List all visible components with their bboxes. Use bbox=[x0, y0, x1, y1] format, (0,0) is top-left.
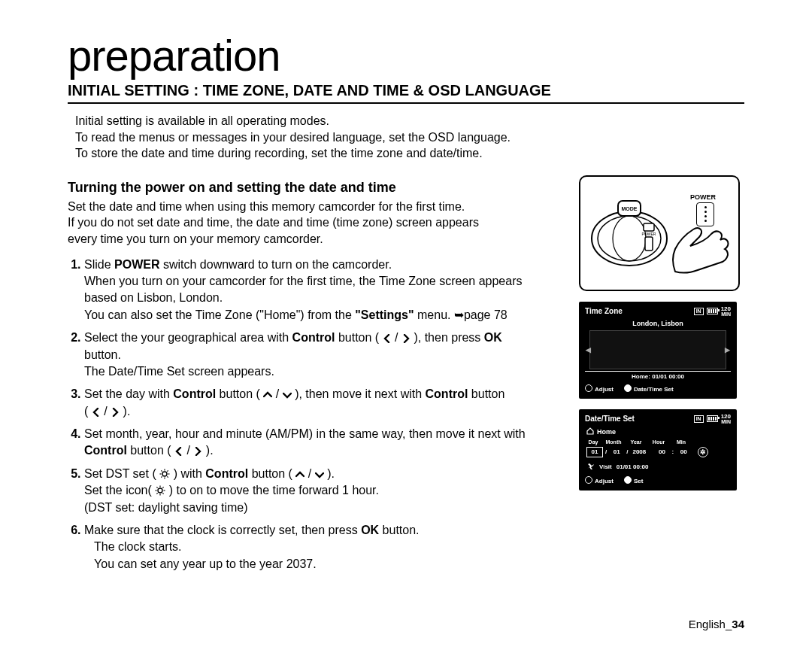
svg-line-15 bbox=[163, 494, 164, 494]
chevron-up-icon bbox=[263, 390, 272, 399]
nav-right-icon: ▶ bbox=[725, 346, 730, 354]
svg-line-7 bbox=[161, 476, 162, 477]
set-icon bbox=[624, 476, 632, 484]
svg-line-16 bbox=[157, 494, 158, 494]
svg-line-14 bbox=[157, 487, 158, 488]
steps-list: Slide POWER switch downward to turn on t… bbox=[68, 257, 564, 573]
step-2: Select the your geographical area with C… bbox=[84, 330, 564, 380]
dst-icon bbox=[159, 469, 170, 479]
osd-visit-time: 01/01 00:00 bbox=[617, 463, 649, 470]
step-6: Make sure that the clock is correctly se… bbox=[84, 522, 564, 573]
chevron-up-icon bbox=[295, 470, 304, 479]
step-1: Slide POWER switch downward to turn on t… bbox=[84, 257, 564, 324]
figures-column: MODE POWER POWER Time Zone IN bbox=[579, 175, 744, 579]
osd-world-map: ◀ ▶ bbox=[589, 330, 726, 369]
step-3: Set the day with Control button ( / ), t… bbox=[84, 386, 564, 420]
osd-adjust-label: Adjust bbox=[595, 386, 614, 393]
osd-year-value: 2008 bbox=[630, 448, 648, 457]
sub-heading: Turning the power on and setting the dat… bbox=[68, 180, 564, 196]
svg-point-9 bbox=[158, 488, 162, 493]
page-number: 34 bbox=[732, 618, 744, 630]
osd-in-badge: IN bbox=[694, 308, 704, 315]
intro-line: To read the menus or messages in your de… bbox=[75, 129, 744, 146]
osd-timezone-screen: Time Zone IN 120MIN London, Lisbon ◀ ▶ H… bbox=[579, 302, 737, 399]
chevron-right-icon bbox=[193, 447, 202, 456]
svg-line-5 bbox=[161, 470, 162, 471]
osd-min-value: 00 bbox=[676, 448, 691, 457]
para-line: If you do not set date and time, the dat… bbox=[68, 216, 479, 229]
svg-rect-23 bbox=[644, 223, 654, 231]
osd-date-row: 01 / 01 / 2008 00 : 00 bbox=[586, 447, 731, 457]
svg-text:POWER: POWER bbox=[642, 232, 656, 236]
svg-point-18 bbox=[592, 211, 667, 266]
dst-icon bbox=[698, 447, 708, 457]
intro-paragraph: Set the date and time when using this me… bbox=[68, 199, 564, 248]
osd-city: London, Lisbon bbox=[585, 320, 731, 327]
para-line: every time you turn on your memory camco… bbox=[68, 232, 323, 245]
chevron-left-icon bbox=[383, 334, 392, 343]
power-label: POWER bbox=[690, 193, 716, 201]
page-footer: English_34 bbox=[689, 618, 744, 630]
intro-block: Initial setting is available in all oper… bbox=[68, 113, 744, 162]
page-title: preparation bbox=[68, 30, 744, 80]
osd-home-label: Home bbox=[597, 428, 616, 436]
home-icon bbox=[586, 427, 594, 436]
intro-line: Initial setting is available in all oper… bbox=[75, 113, 744, 129]
adjust-icon bbox=[585, 384, 592, 392]
hand-icon bbox=[668, 211, 732, 276]
footer-lang: English bbox=[689, 618, 726, 630]
instructions-column: Turning the power on and setting the dat… bbox=[68, 175, 564, 579]
svg-text:MODE: MODE bbox=[622, 206, 638, 211]
battery-icon bbox=[707, 308, 718, 314]
svg-line-8 bbox=[167, 470, 168, 471]
chevron-left-icon bbox=[92, 408, 101, 417]
section-heading: INITIAL SETTING : TIME ZONE, DATE AND TI… bbox=[68, 82, 744, 104]
battery-icon bbox=[707, 415, 718, 422]
svg-line-17 bbox=[163, 487, 164, 488]
figure-camcorder: MODE POWER POWER bbox=[579, 175, 740, 291]
chevron-down-icon bbox=[315, 470, 324, 479]
chevron-right-icon bbox=[111, 408, 120, 417]
chevron-left-icon bbox=[174, 447, 183, 456]
svg-rect-25 bbox=[645, 237, 653, 251]
osd-remaining: 120MIN bbox=[721, 414, 731, 424]
set-icon bbox=[624, 384, 632, 392]
osd-remaining: 120MIN bbox=[721, 306, 731, 317]
osd-field-labels: Day Month Year Hour Min bbox=[586, 439, 731, 445]
svg-point-0 bbox=[162, 472, 167, 476]
osd-title: Time Zone bbox=[585, 307, 623, 315]
osd-set-label: Set bbox=[634, 478, 643, 484]
osd-set-label: Date/Time Set bbox=[634, 386, 674, 393]
step-4: Set month, year, hour and minute (AM/PM)… bbox=[84, 426, 564, 460]
osd-visit-label: Visit bbox=[599, 463, 612, 470]
svg-line-6 bbox=[167, 476, 168, 477]
step-5: Set DST set ( ) with Control button ( / … bbox=[84, 466, 564, 516]
chevron-down-icon bbox=[283, 390, 292, 399]
dst-icon bbox=[155, 485, 165, 496]
osd-in-badge: IN bbox=[694, 415, 704, 423]
osd-datetime-screen: Date/Time Set IN 120MIN Home Day Month bbox=[579, 409, 737, 491]
osd-day-value: 01 bbox=[586, 447, 603, 457]
osd-title: Date/Time Set bbox=[585, 415, 635, 423]
osd-home-line: Home: 01/01 00:00 bbox=[585, 371, 731, 380]
para-line: Set the date and time when using this me… bbox=[68, 200, 465, 213]
osd-hour-value: 00 bbox=[655, 448, 670, 457]
intro-line: To store the date and time during record… bbox=[75, 145, 744, 162]
osd-adjust-label: Adjust bbox=[595, 478, 614, 484]
chevron-right-icon bbox=[401, 334, 411, 343]
camcorder-icon: MODE POWER bbox=[588, 196, 671, 272]
nav-left-icon: ◀ bbox=[586, 346, 591, 354]
osd-month-value: 01 bbox=[609, 448, 624, 457]
plane-icon bbox=[586, 462, 595, 472]
adjust-icon bbox=[585, 476, 592, 484]
